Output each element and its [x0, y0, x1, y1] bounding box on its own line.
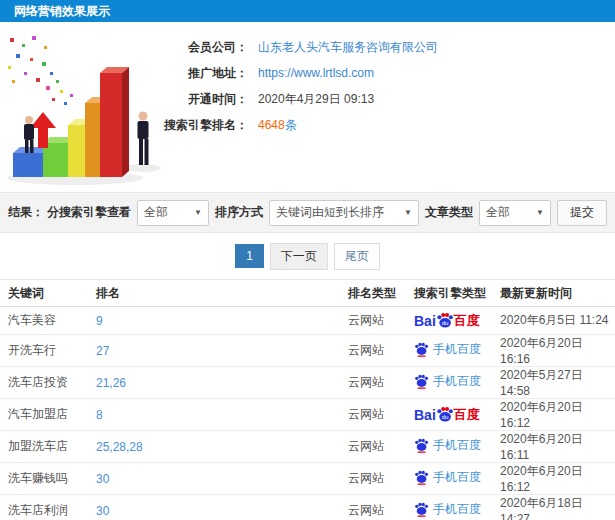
member-info-fields: 会员公司：山东老人头汽车服务咨询有限公司推广地址：https://www.lrt… — [158, 34, 438, 138]
table-header-row: 关键词排名排名类型搜索引擎类型最新更新时间 — [0, 280, 615, 307]
keyword-cell: 汽车美容 — [0, 307, 88, 335]
mobile-baidu-text: 手机百度 — [433, 375, 481, 387]
baidu-cn-text: 百度 — [454, 314, 480, 327]
table-row: 洗车赚钱吗30云网站手机百度2020年6月20日 16:12 — [0, 463, 615, 495]
engine-rank-count-value: 4648条 — [258, 117, 297, 134]
engine-view-select[interactable]: 全部 ▼ — [137, 200, 209, 226]
keyword-cell: 汽车加盟店 — [0, 399, 88, 431]
info-row-open-time: 开通时间：2020年4月29日 09:13 — [158, 86, 438, 112]
baidu-paw-icon: du — [436, 406, 454, 424]
info-section: 会员公司：山东老人头汽车服务咨询有限公司推广地址：https://www.lrt… — [0, 22, 615, 192]
rank-cell[interactable]: 9 — [88, 307, 340, 335]
rank-cell[interactable]: 30 — [88, 495, 340, 520]
results-label: 结果： — [8, 204, 44, 221]
promotion-url-value[interactable]: https://www.lrtlsd.com — [258, 66, 374, 80]
mobile-baidu-text: 手机百度 — [433, 471, 481, 483]
article-type-label: 文章类型 — [425, 204, 473, 221]
mobile-baidu-logo: 手机百度 — [414, 470, 481, 485]
table-row: 开洗车行27云网站手机百度2020年6月20日 16:16 — [0, 335, 615, 367]
baidu-paw-icon — [414, 502, 429, 517]
promotion-url-label: 推广地址： — [158, 65, 248, 82]
page-title: 网络营销效果展示 — [0, 0, 615, 22]
confetti-dots — [8, 36, 73, 105]
engine-cell: 手机百度 — [406, 367, 492, 399]
rank-cell[interactable]: 25,28,28 — [88, 431, 340, 463]
3d-bar-chart-graphic — [0, 28, 170, 190]
submit-button[interactable]: 提交 — [557, 200, 607, 226]
mobile-baidu-logo: 手机百度 — [414, 502, 481, 517]
engine-cell: 手机百度 — [406, 495, 492, 520]
engine-rank-count-number: 4648 — [258, 118, 285, 132]
mobile-baidu-logo: 手机百度 — [414, 438, 481, 453]
engine-view-label: 分搜索引擎查看 — [47, 204, 131, 221]
rank-cell[interactable]: 30 — [88, 463, 340, 495]
chevron-down-icon: ▼ — [404, 208, 412, 217]
column-header-0: 关键词 — [0, 280, 88, 307]
engine-cell: 手机百度 — [406, 463, 492, 495]
table-row: 汽车加盟店8云网站Baidu百度2020年6月20日 16:12 — [0, 399, 615, 431]
engine-cell: 手机百度 — [406, 335, 492, 367]
keyword-cell: 开洗车行 — [0, 335, 88, 367]
updated-cell: 2020年6月20日 16:12 — [492, 463, 615, 495]
rank-type-cell: 云网站 — [340, 335, 406, 367]
mobile-baidu-logo: 手机百度 — [414, 342, 481, 357]
member-company-value[interactable]: 山东老人头汽车服务咨询有限公司 — [258, 39, 438, 56]
baidu-paw-icon — [414, 438, 429, 453]
updated-cell: 2020年5月27日 14:58 — [492, 367, 615, 399]
info-row-member-company: 会员公司：山东老人头汽车服务咨询有限公司 — [158, 34, 438, 60]
engine-cell: 手机百度 — [406, 431, 492, 463]
ranking-table: 关键词排名排名类型搜索引擎类型最新更新时间 汽车美容9云网站Baidu百度202… — [0, 279, 615, 520]
updated-cell: 2020年6月20日 16:12 — [492, 399, 615, 431]
baidu-logo: Baidu百度 — [414, 406, 480, 424]
open-time-label: 开通时间： — [158, 91, 248, 108]
sort-select[interactable]: 关键词由短到长排序 ▼ — [269, 200, 419, 226]
mobile-baidu-text: 手机百度 — [433, 343, 481, 355]
baidu-paw-icon — [414, 374, 429, 389]
rank-cell[interactable]: 8 — [88, 399, 340, 431]
column-header-3: 搜索引擎类型 — [406, 280, 492, 307]
keyword-cell: 洗车店利润 — [0, 495, 88, 520]
rank-cell[interactable]: 21,26 — [88, 367, 340, 399]
engine-view-value: 全部 — [144, 204, 186, 221]
baidu-paw-icon: du — [436, 312, 454, 330]
baidu-cn-text: 百度 — [454, 408, 480, 421]
results-filter-bar: 结果： 分搜索引擎查看 全部 ▼ 排序方式 关键词由短到长排序 ▼ 文章类型 全… — [0, 192, 615, 233]
mobile-baidu-logo: 手机百度 — [414, 374, 481, 389]
svg-text:du: du — [441, 412, 448, 419]
engine-rank-count-label: 搜索引擎排名： — [158, 117, 248, 134]
sort-value: 关键词由短到长排序 — [276, 204, 396, 221]
baidu-paw-icon — [414, 470, 429, 485]
open-time-value: 2020年4月29日 09:13 — [258, 91, 374, 108]
table-row: 加盟洗车店25,28,28云网站手机百度2020年6月20日 16:11 — [0, 431, 615, 463]
baidu-latin-text: Bai — [414, 408, 436, 422]
page-next-button[interactable]: 下一页 — [270, 243, 328, 270]
filter-group: 分搜索引擎查看 全部 ▼ 排序方式 关键词由短到长排序 ▼ 文章类型 全部 ▼ … — [47, 200, 607, 226]
rank-type-cell: 云网站 — [340, 495, 406, 520]
updated-cell: 2020年6月18日 14:27 — [492, 495, 615, 520]
mobile-baidu-text: 手机百度 — [433, 503, 481, 515]
column-header-4: 最新更新时间 — [492, 280, 615, 307]
growth-bar-chart-illustration — [0, 28, 170, 190]
keyword-cell: 洗车赚钱吗 — [0, 463, 88, 495]
pagination: 1下一页尾页 — [0, 233, 615, 279]
table-row: 洗车店投资21,26云网站手机百度2020年5月27日 14:58 — [0, 367, 615, 399]
updated-cell: 2020年6月5日 11:24 — [492, 307, 615, 335]
column-header-2: 排名类型 — [340, 280, 406, 307]
table-row: 洗车店利润30云网站手机百度2020年6月18日 14:27 — [0, 495, 615, 520]
chevron-down-icon: ▼ — [194, 208, 202, 217]
updated-cell: 2020年6月20日 16:11 — [492, 431, 615, 463]
svg-text:du: du — [441, 318, 448, 325]
keyword-cell: 洗车店投资 — [0, 367, 88, 399]
table-row: 汽车美容9云网站Baidu百度2020年6月5日 11:24 — [0, 307, 615, 335]
mobile-baidu-text: 手机百度 — [433, 439, 481, 451]
info-row-promotion-url: 推广地址：https://www.lrtlsd.com — [158, 60, 438, 86]
column-header-1: 排名 — [88, 280, 340, 307]
page-current-button[interactable]: 1 — [235, 244, 264, 268]
updated-cell: 2020年6月20日 16:16 — [492, 335, 615, 367]
chevron-down-icon: ▼ — [536, 208, 544, 217]
rank-cell[interactable]: 27 — [88, 335, 340, 367]
article-type-select[interactable]: 全部 ▼ — [479, 200, 551, 226]
businessman-right-figure — [138, 112, 149, 166]
page-last-button[interactable]: 尾页 — [334, 243, 380, 270]
baidu-latin-text: Bai — [414, 314, 436, 328]
